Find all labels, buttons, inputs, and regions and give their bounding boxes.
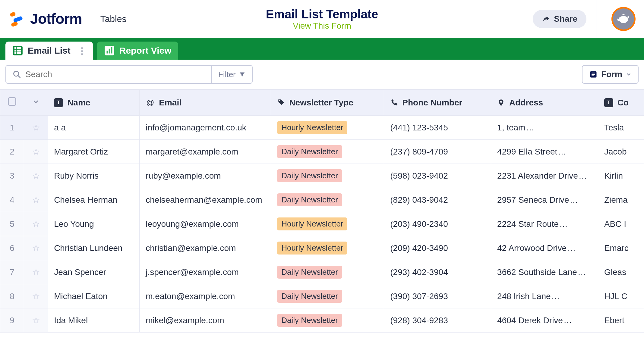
- cell-name[interactable]: Ruby Norris: [48, 164, 140, 188]
- tab-email-list[interactable]: Email List ⋮: [5, 42, 93, 60]
- cell-email[interactable]: chelseaherman@example.com: [140, 188, 271, 212]
- search-box[interactable]: [6, 66, 211, 83]
- cell-email[interactable]: leoyoung@example.com: [140, 212, 271, 236]
- svg-rect-21: [592, 74, 595, 75]
- row-star[interactable]: ☆: [24, 308, 48, 333]
- table-row[interactable]: 9☆Ida Mikelmikel@example.comDaily Newsle…: [0, 308, 644, 333]
- table-row[interactable]: 8☆Michael Eatonm.eaton@example.comDaily …: [0, 284, 644, 308]
- row-star[interactable]: ☆: [24, 188, 48, 212]
- filter-button[interactable]: Filter: [211, 66, 252, 83]
- star-icon: ☆: [32, 219, 40, 229]
- cell-phone[interactable]: (293) 402-3904: [384, 260, 491, 284]
- row-star[interactable]: ☆: [24, 164, 48, 188]
- cell-phone[interactable]: (441) 123-5345: [384, 116, 491, 140]
- cell-company[interactable]: Gleas: [598, 260, 644, 284]
- cell-company[interactable]: Jacob: [598, 140, 644, 164]
- cell-email[interactable]: m.eaton@example.com: [140, 284, 271, 308]
- newsletter-tag: Daily Newsletter: [277, 266, 342, 279]
- cell-name[interactable]: Margaret Ortiz: [48, 140, 140, 164]
- cell-name[interactable]: Jean Spencer: [48, 260, 140, 284]
- expand-header[interactable]: [24, 90, 48, 116]
- cell-company[interactable]: Ziema: [598, 188, 644, 212]
- cell-address[interactable]: 2957 Seneca Drive: [491, 188, 598, 212]
- row-star[interactable]: ☆: [24, 284, 48, 308]
- cell-email[interactable]: christian@example.com: [140, 236, 271, 260]
- tab-report-view[interactable]: Report View: [97, 42, 178, 60]
- svg-rect-11: [17, 52, 19, 54]
- tab-menu-icon[interactable]: ⋮: [78, 46, 86, 56]
- cell-email[interactable]: j.spencer@example.com: [140, 260, 271, 284]
- cell-name[interactable]: Chelsea Herman: [48, 188, 140, 212]
- svg-rect-5: [17, 47, 19, 49]
- column-company[interactable]: TCo: [598, 90, 644, 116]
- cell-email[interactable]: info@jomanagement.co.uk: [140, 116, 271, 140]
- table-row[interactable]: 7☆Jean Spencerj.spencer@example.comDaily…: [0, 260, 644, 284]
- cell-newsletter[interactable]: Daily Newsletter: [271, 140, 384, 164]
- cell-address[interactable]: 4299 Ella Street: [491, 140, 598, 164]
- cell-phone[interactable]: (928) 304-9283: [384, 308, 491, 333]
- section-label[interactable]: Tables: [100, 14, 127, 24]
- row-star[interactable]: ☆: [24, 260, 48, 284]
- cell-company[interactable]: Emarc: [598, 236, 644, 260]
- share-icon: [542, 15, 550, 23]
- table-row[interactable]: 3☆Ruby Norrisruby@example.comDaily Newsl…: [0, 164, 644, 188]
- cell-address[interactable]: 248 Irish Lane: [491, 284, 598, 308]
- cell-company[interactable]: ABC I: [598, 212, 644, 236]
- cell-phone[interactable]: (390) 307-2693: [384, 284, 491, 308]
- table-row[interactable]: 4☆Chelsea Hermanchelseaherman@example.co…: [0, 188, 644, 212]
- cell-newsletter[interactable]: Hourly Newsletter: [271, 116, 384, 140]
- row-star[interactable]: ☆: [24, 212, 48, 236]
- row-star[interactable]: ☆: [24, 236, 48, 260]
- cell-phone[interactable]: (203) 490-2340: [384, 212, 491, 236]
- cell-name[interactable]: Leo Young: [48, 212, 140, 236]
- cell-phone[interactable]: (598) 023-9402: [384, 164, 491, 188]
- column-email[interactable]: @Email: [140, 90, 271, 116]
- cell-company[interactable]: Kirlin: [598, 164, 644, 188]
- cell-company[interactable]: Ebert: [598, 308, 644, 333]
- row-star[interactable]: ☆: [24, 116, 48, 140]
- logo-block[interactable]: Jotform: [8, 10, 82, 28]
- checkbox-icon[interactable]: [8, 97, 16, 106]
- cell-email[interactable]: ruby@example.com: [140, 164, 271, 188]
- cell-email[interactable]: mikel@example.com: [140, 308, 271, 333]
- cell-newsletter[interactable]: Daily Newsletter: [271, 308, 384, 333]
- cell-name[interactable]: a a: [48, 116, 140, 140]
- column-name[interactable]: TName: [48, 90, 140, 116]
- share-button[interactable]: Share: [533, 10, 586, 28]
- cell-newsletter[interactable]: Daily Newsletter: [271, 188, 384, 212]
- newsletter-tag: Hourly Newsletter: [277, 242, 347, 255]
- cell-address[interactable]: 1, team: [491, 116, 598, 140]
- cell-address[interactable]: 42 Arrowood Drive: [491, 236, 598, 260]
- table-row[interactable]: 6☆Christian Lundeenchristian@example.com…: [0, 236, 644, 260]
- table-row[interactable]: 5☆Leo Youngleoyoung@example.comHourly Ne…: [0, 212, 644, 236]
- cell-address[interactable]: 2231 Alexander Drive: [491, 164, 598, 188]
- form-button[interactable]: Form: [582, 65, 639, 84]
- select-all-header[interactable]: [0, 90, 24, 116]
- cell-name[interactable]: Ida Mikel: [48, 308, 140, 333]
- cell-phone[interactable]: (237) 809-4709: [384, 140, 491, 164]
- cell-company[interactable]: Tesla: [598, 116, 644, 140]
- table-row[interactable]: 2☆Margaret Ortizmargaret@example.comDail…: [0, 140, 644, 164]
- cell-name[interactable]: Michael Eaton: [48, 284, 140, 308]
- search-input[interactable]: [25, 70, 204, 79]
- column-newsletter[interactable]: Newsletter Type: [271, 90, 384, 116]
- avatar[interactable]: [611, 7, 636, 31]
- cell-newsletter[interactable]: Daily Newsletter: [271, 284, 384, 308]
- cell-newsletter[interactable]: Hourly Newsletter: [271, 212, 384, 236]
- cell-name[interactable]: Christian Lundeen: [48, 236, 140, 260]
- cell-newsletter[interactable]: Daily Newsletter: [271, 164, 384, 188]
- cell-email[interactable]: margaret@example.com: [140, 140, 271, 164]
- row-star[interactable]: ☆: [24, 140, 48, 164]
- cell-newsletter[interactable]: Daily Newsletter: [271, 260, 384, 284]
- cell-phone[interactable]: (209) 420-3490: [384, 236, 491, 260]
- column-phone[interactable]: Phone Number: [384, 90, 491, 116]
- cell-newsletter[interactable]: Hourly Newsletter: [271, 236, 384, 260]
- column-address[interactable]: Address: [491, 90, 598, 116]
- cell-address[interactable]: 3662 Southside Lane: [491, 260, 598, 284]
- cell-address[interactable]: 2224 Star Route: [491, 212, 598, 236]
- cell-phone[interactable]: (829) 043-9042: [384, 188, 491, 212]
- table-row[interactable]: 1☆a ainfo@jomanagement.co.ukHourly Newsl…: [0, 116, 644, 140]
- cell-address[interactable]: 4604 Derek Drive: [491, 308, 598, 333]
- view-form-link[interactable]: View This Form: [266, 21, 378, 30]
- cell-company[interactable]: HJL C: [598, 284, 644, 308]
